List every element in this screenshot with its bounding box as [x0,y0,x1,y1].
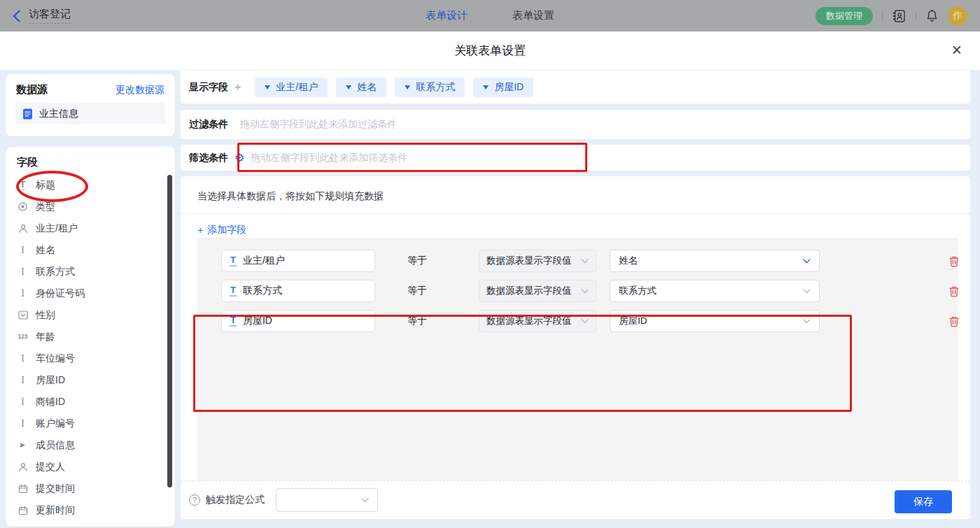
save-button[interactable]: 保存 [895,490,952,513]
filter-conditions-row[interactable]: 过滤条件 拖动左侧字段到此处来添加过滤条件 [181,110,970,139]
fields-panel-title: 字段 [6,147,175,174]
field-item[interactable]: 业主/租户 [6,217,175,239]
field-label: 成员信息 [36,439,75,452]
scrollbar-thumb[interactable] [167,175,172,487]
number-icon: 123 [17,334,29,340]
display-field-tag[interactable]: 姓名 [336,78,386,97]
field-label: 商铺ID [36,396,65,408]
datasource-title: 数据源 [16,83,48,97]
tab-form-design[interactable]: 表单设计 [426,9,468,22]
text-icon: I [17,376,29,385]
select-icon [17,311,29,320]
field-list: T标题类型业主/租户I姓名I联系方式I身份证号码性别123年龄I车位编号I房屋I… [6,174,175,521]
field-item[interactable]: ▶成员信息 [6,434,175,456]
document-icon [22,108,34,120]
field-label: 类型 [36,201,55,213]
field-item[interactable]: I车位编号 [6,348,175,369]
field-item[interactable]: I联系方式 [6,261,175,283]
trash-icon [948,285,960,297]
tab-form-settings[interactable]: 表单设置 [512,9,554,22]
delete-rule-button[interactable] [948,285,960,297]
display-field-tag-label: 业主/租户 [276,81,318,94]
fill-rules-card: 当选择具体数据后，将按如下规则填充数据 + 添加字段 T业主/租户等于数据源表显… [181,176,970,519]
arrow-right-icon: ▶ [17,442,29,448]
rule-field-input[interactable]: T业主/租户 [221,250,375,272]
calendar-icon [17,484,29,494]
field-item[interactable]: 提交人 [6,456,175,478]
text-icon: T [230,255,237,266]
delete-rule-button[interactable] [948,255,960,267]
field-label: 姓名 [36,244,55,257]
display-field-tag-label: 联系方式 [416,81,455,94]
avatar[interactable]: 作 [948,6,967,26]
modal-body: 数据源 更改数据源 业主信息 字段 T标题类型业主/租户I姓名I联系方式I身份证… [0,70,980,528]
field-item[interactable]: 123年龄 [6,326,175,348]
field-item[interactable]: 提交时间 [6,478,175,499]
rule-source-select[interactable]: 数据源表显示字段值 [479,250,596,272]
text-icon: I [17,267,29,277]
trash-icon [948,315,960,327]
caret-down-icon [483,85,489,90]
bell-icon[interactable] [925,9,939,23]
screening-conditions-row[interactable]: 筛选条件 ⚙ 拖动左侧字段到此处来添加筛选条件 [181,145,970,171]
field-item[interactable]: T标题 [6,174,175,196]
rule-row: T业主/租户等于数据源表显示字段值姓名 [197,250,958,272]
field-label: 性别 [36,309,55,322]
plus-icon: + [197,224,203,236]
field-item[interactable]: 更新时间 [6,499,175,521]
header-tabs: 表单设计 表单设置 [426,0,554,31]
chevron-down-icon [803,289,811,294]
divider [916,10,916,21]
formula-label: 触发指定公式 [206,494,265,506]
divider [181,213,970,214]
change-datasource-link[interactable]: 更改数据源 [115,84,164,97]
chevron-down-icon [803,319,811,324]
datasource-item[interactable]: 业主信息 [15,103,165,124]
rule-value-select[interactable]: 联系方式 [610,280,820,302]
person-icon [17,462,29,472]
rule-source-select[interactable]: 数据源表显示字段值 [479,310,596,332]
rule-row: T联系方式等于数据源表显示字段值联系方式 [197,280,958,302]
help-icon[interactable]: ? [189,494,200,506]
field-label: 房屋ID [36,374,65,387]
gear-icon[interactable]: ⚙ [234,152,244,164]
field-item[interactable]: I账户编号 [6,413,175,434]
contacts-icon[interactable] [892,9,906,23]
add-display-field-button[interactable]: + [234,81,241,94]
rule-field-name: 联系方式 [243,285,282,297]
delete-rule-button[interactable] [948,315,960,327]
rule-value-select[interactable]: 房屋ID [610,310,820,332]
rule-source-select[interactable]: 数据源表显示字段值 [479,280,596,302]
display-field-tag[interactable]: 房屋ID [473,78,533,97]
title-icon: T [17,180,29,190]
display-field-tag[interactable]: 联系方式 [395,78,465,97]
field-item[interactable]: I房屋ID [6,369,175,391]
add-field-label: 添加字段 [207,224,246,236]
add-field-button[interactable]: + 添加字段 [197,224,246,236]
close-icon[interactable]: × [951,41,962,59]
field-item[interactable]: 性别 [6,304,175,326]
modal-header: 关联表单设置 × [0,31,980,70]
caret-down-icon [405,85,410,90]
field-label: 账户编号 [36,418,75,430]
field-label: 年龄 [36,331,55,343]
back-button[interactable] [13,10,20,22]
filter-drop-placeholder: 拖动左侧字段到此处来添加过滤条件 [240,118,397,131]
modal-title: 关联表单设置 [454,43,526,59]
formula-select[interactable] [276,488,378,512]
form-title: 访客登记 [29,8,71,24]
field-item[interactable]: 类型 [6,196,175,217]
rule-value-select[interactable]: 姓名 [610,250,820,272]
field-item[interactable]: I姓名 [6,239,175,261]
chevron-down-icon [581,319,589,324]
text-icon: I [17,289,29,299]
field-item[interactable]: I商铺ID [6,391,175,413]
display-field-tag[interactable]: 业主/租户 [255,78,328,97]
rule-row: T房屋ID等于数据源表显示字段值房屋ID [197,310,958,332]
data-manage-button[interactable]: 数据管理 [816,7,873,25]
field-item[interactable]: I身份证号码 [6,283,175,304]
divider [882,10,883,21]
rule-field-input[interactable]: T联系方式 [221,280,375,302]
text-icon: I [17,245,29,255]
rule-field-input[interactable]: T房屋ID [221,310,375,332]
